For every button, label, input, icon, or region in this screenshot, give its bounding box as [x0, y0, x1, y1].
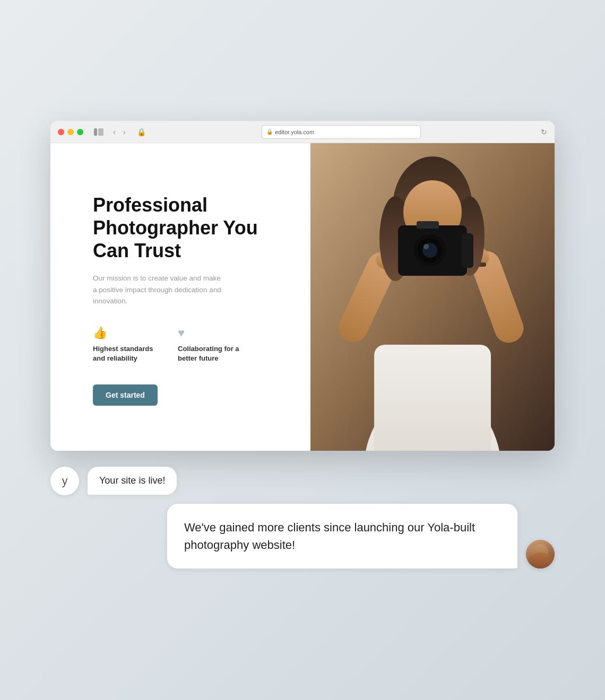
sidebar-left-rect [94, 128, 97, 136]
url-text: editor.yola.com [275, 129, 314, 135]
privacy-icon: 🔒 [137, 128, 146, 136]
heart-icon: ♥ [178, 326, 241, 340]
back-button[interactable]: ‹ [111, 127, 118, 137]
user-avatar-face [526, 540, 555, 568]
svg-rect-25 [462, 233, 473, 268]
yola-avatar-label: y [62, 474, 68, 488]
address-bar[interactable]: 🔒 editor.yola.com [262, 125, 421, 139]
minimize-button[interactable] [67, 129, 74, 135]
reload-button[interactable]: ↻ [541, 128, 547, 136]
chat-message-left-row: y Your site is live! [50, 467, 555, 495]
thumbs-up-icon: 👍 [93, 326, 157, 340]
hero-subtitle: Our mission is to create value and make … [93, 273, 226, 307]
page-wrapper: ‹ › 🔒 🔒 editor.yola.com ↻ Professional P… [0, 0, 605, 700]
browser-window: ‹ › 🔒 🔒 editor.yola.com ↻ Professional P… [50, 121, 555, 451]
chat-bubble-right: We've gained more clients since launchin… [167, 504, 517, 568]
chat-bubble-left: Your site is live! [88, 467, 177, 495]
close-button[interactable] [58, 129, 64, 135]
chat-area: y Your site is live! We've gained more c… [50, 451, 555, 568]
user-avatar [526, 540, 555, 568]
hero-image [310, 143, 555, 451]
svg-rect-2 [374, 345, 491, 451]
chat-right-text: We've gained more clients since launchin… [184, 521, 475, 552]
lock-icon: 🔒 [266, 129, 273, 135]
forward-button[interactable]: › [121, 127, 128, 137]
chat-message-right-row: We've gained more clients since launchin… [50, 504, 555, 568]
browser-nav: ‹ › [111, 127, 127, 137]
feature-label-1: Highest standards and reliability [93, 344, 157, 363]
left-panel: Professional Photographer You Can Trust … [50, 143, 310, 451]
browser-content: Professional Photographer You Can Trust … [50, 143, 555, 451]
photographer-illustration [310, 143, 555, 451]
yola-avatar: y [50, 467, 79, 495]
features-row: 👍 Highest standards and reliability ♥ Co… [93, 326, 284, 363]
sidebar-right-rect [98, 128, 103, 136]
get-started-button[interactable]: Get started [93, 384, 158, 406]
feature-label-2: Collaborating for a better future [178, 344, 241, 363]
hero-title: Professional Photographer You Can Trust [93, 194, 284, 262]
browser-toolbar: ‹ › 🔒 🔒 editor.yola.com ↻ [50, 121, 555, 143]
photographer-photo [310, 143, 555, 451]
feature-item-1: 👍 Highest standards and reliability [93, 326, 157, 363]
sidebar-toggle-icon[interactable] [94, 128, 103, 136]
traffic-lights [58, 129, 83, 135]
svg-point-24 [424, 244, 429, 249]
feature-item-2: ♥ Collaborating for a better future [178, 326, 241, 363]
maximize-button[interactable] [77, 129, 83, 135]
svg-rect-26 [417, 221, 439, 229]
chat-left-text: Your site is live! [99, 475, 165, 486]
